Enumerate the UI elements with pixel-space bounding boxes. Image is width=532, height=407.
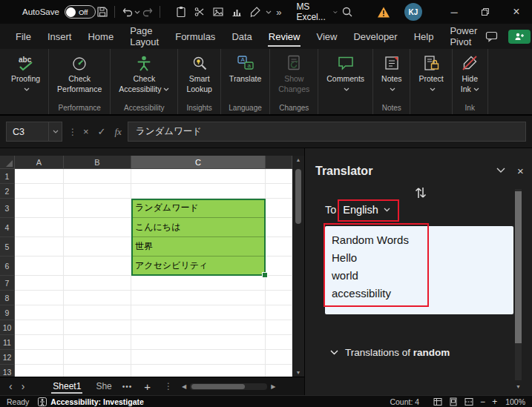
fill-handle[interactable]: [262, 272, 268, 278]
cancel-button[interactable]: ×: [83, 126, 89, 137]
cell-C9[interactable]: [131, 305, 266, 320]
cell-C2[interactable]: [131, 184, 266, 199]
swap-languages-button[interactable]: [413, 185, 428, 201]
row-header-10[interactable]: 10: [0, 320, 15, 335]
cell-B6[interactable]: [64, 257, 131, 276]
name-box[interactable]: C3: [6, 122, 62, 142]
language-dropdown[interactable]: English: [343, 204, 390, 216]
panel-close-button[interactable]: ×: [517, 165, 524, 177]
cell-partial-11[interactable]: [266, 335, 292, 350]
insert-function-button[interactable]: fx: [115, 126, 122, 138]
column-header-C[interactable]: C: [131, 156, 266, 169]
row-header-3[interactable]: 3: [0, 199, 15, 218]
prev-sheet-icon[interactable]: ‹: [9, 380, 13, 392]
cell-B10[interactable]: [64, 320, 131, 335]
notes-button[interactable]: Notes: [378, 51, 405, 93]
hide-ink-button[interactable]: Hide Ink: [457, 51, 483, 93]
cell-A4[interactable]: [15, 218, 64, 237]
cell-C1[interactable]: [131, 169, 266, 184]
cell-partial-9[interactable]: [266, 305, 292, 320]
cell-partial-13[interactable]: [266, 365, 292, 377]
cell-A2[interactable]: [15, 184, 64, 199]
cell-partial-8[interactable]: [266, 291, 292, 305]
cell-C8[interactable]: [131, 291, 266, 305]
smart-lookup-button[interactable]: Smart Lookup: [183, 51, 215, 93]
cell-A7[interactable]: [15, 276, 64, 291]
undo-dropdown[interactable]: [134, 10, 141, 14]
cell-partial-12[interactable]: [266, 350, 292, 365]
cell-partial-6[interactable]: [266, 257, 292, 276]
more-commands-icon[interactable]: »: [276, 7, 281, 18]
page-break-view-button[interactable]: [464, 397, 473, 406]
column-header-A[interactable]: A: [15, 156, 64, 169]
chart-button[interactable]: [227, 2, 246, 21]
cell-B13[interactable]: [64, 365, 131, 377]
search-button[interactable]: [338, 2, 356, 21]
check-accessibility-button[interactable]: Check Accessibility: [115, 51, 173, 93]
undo-button[interactable]: [120, 2, 134, 21]
hscroll-right-icon[interactable]: ▶: [271, 383, 275, 390]
cell-partial-1[interactable]: [266, 169, 292, 184]
next-sheet-icon[interactable]: ›: [22, 380, 25, 392]
tab-review[interactable]: Review: [260, 24, 309, 49]
page-layout-view-button[interactable]: [449, 397, 458, 406]
protect-button[interactable]: Protect: [415, 51, 447, 93]
cell-A12[interactable]: [15, 350, 64, 365]
cell-A13[interactable]: [15, 365, 64, 377]
row-header-2[interactable]: 2: [0, 184, 15, 199]
scroll-down-icon[interactable]: ▼: [292, 370, 304, 375]
formula-bar-grip-icon[interactable]: ⋮: [68, 127, 77, 137]
zoom-out-button[interactable]: −: [480, 397, 485, 407]
cell-C10[interactable]: [131, 320, 266, 335]
tab-view[interactable]: View: [308, 24, 345, 49]
notification-warning-button[interactable]: [374, 2, 393, 21]
cell-partial-3[interactable]: [266, 199, 292, 218]
show-changes-button[interactable]: Show Changes: [275, 51, 313, 93]
row-header-12[interactable]: 12: [0, 350, 15, 365]
sheet-menu-icon[interactable]: ⋮: [164, 381, 173, 391]
cell-C4[interactable]: こんにちは: [131, 218, 266, 237]
clipboard-button[interactable]: [171, 2, 190, 21]
user-avatar[interactable]: KJ: [404, 3, 422, 21]
cell-A5[interactable]: [15, 237, 64, 257]
cell-C12[interactable]: [131, 350, 266, 365]
cell-C6[interactable]: アクセシビリティ: [131, 257, 266, 276]
check-performance-button[interactable]: Check Performance: [53, 51, 105, 93]
format-painter-button[interactable]: [246, 2, 264, 21]
normal-view-button[interactable]: [433, 397, 442, 406]
feedback-button[interactable]: [485, 31, 498, 42]
cell-partial-10[interactable]: [266, 320, 292, 335]
cell-A10[interactable]: [15, 320, 64, 335]
redo-button[interactable]: [141, 2, 155, 21]
tab-home[interactable]: Home: [79, 24, 122, 49]
picture-button[interactable]: [208, 2, 227, 21]
add-sheet-button[interactable]: +: [144, 380, 151, 393]
horizontal-scroll-thumb[interactable]: [191, 384, 245, 389]
autosave-toggle[interactable]: Off: [65, 5, 96, 19]
select-all-corner[interactable]: [0, 156, 15, 169]
cell-A3[interactable]: [15, 199, 64, 218]
qat-dropdown[interactable]: [264, 10, 273, 14]
maximize-button[interactable]: [470, 0, 501, 24]
window-title[interactable]: MS Excel...: [296, 1, 338, 22]
name-box-dropdown[interactable]: [48, 122, 62, 141]
tab-help[interactable]: Help: [406, 24, 442, 49]
tab-formulas[interactable]: Formulas: [167, 24, 223, 49]
cell-B9[interactable]: [64, 305, 131, 320]
panel-scroll-thumb[interactable]: [515, 191, 522, 343]
accessibility-status[interactable]: Accessibility: Investigate: [38, 397, 143, 406]
row-header-8[interactable]: 8: [0, 291, 15, 305]
proofing-button[interactable]: abc Proofing: [7, 51, 44, 93]
count-indicator[interactable]: Count: 4: [390, 397, 419, 406]
cell-A8[interactable]: [15, 291, 64, 305]
column-header-B[interactable]: B: [64, 156, 131, 169]
enter-button[interactable]: ✓: [98, 126, 106, 137]
tab-data[interactable]: Data: [223, 24, 260, 49]
vertical-scroll-thumb[interactable]: [295, 169, 301, 224]
cell-partial-2[interactable]: [266, 184, 292, 199]
row-header-1[interactable]: 1: [0, 169, 15, 184]
row-header-13[interactable]: 13: [0, 365, 15, 377]
cell-B12[interactable]: [64, 350, 131, 365]
row-header-11[interactable]: 11: [0, 335, 15, 350]
cell-C7[interactable]: [131, 276, 266, 291]
